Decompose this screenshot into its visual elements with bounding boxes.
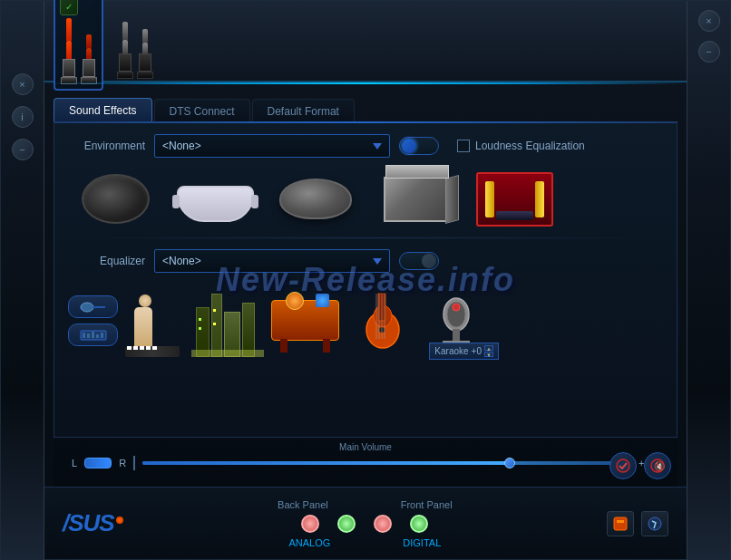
karaoke-spinner[interactable]: ▲ ▼	[484, 345, 493, 357]
env-icon-box[interactable]	[372, 169, 458, 228]
eq-icon-city[interactable]	[191, 285, 264, 357]
guitar-small-icon	[80, 302, 107, 313]
tab-sound-effects[interactable]: Sound Effects	[54, 98, 152, 123]
volume-slider-fill	[142, 461, 509, 465]
volume-check-icon	[616, 459, 630, 473]
volume-check-button[interactable]	[609, 452, 637, 479]
volume-label: Main Volume	[339, 442, 392, 452]
info-button[interactable]	[641, 511, 668, 536]
connector-pin-gray1	[86, 34, 92, 48]
plate-shape	[279, 179, 352, 219]
volume-controls: L R + 4))	[72, 456, 659, 470]
svg-rect-5	[92, 332, 94, 338]
settings-button[interactable]	[607, 511, 634, 536]
stage-curtain-left	[485, 181, 494, 217]
pin-gray4	[142, 43, 148, 53]
right-minimize-button[interactable]: −	[698, 41, 720, 63]
city-window-2	[199, 327, 201, 330]
bathtub-leg-right	[251, 195, 258, 208]
env-icon-stage[interactable]	[472, 169, 558, 228]
jack-green-front-icon[interactable]	[410, 515, 428, 533]
connector-1[interactable]: ✓	[60, 0, 78, 84]
equalizer-label: Equalizer	[73, 255, 145, 267]
equalizer-toggle[interactable]	[399, 252, 439, 270]
jack-pink-icon[interactable]	[301, 515, 319, 533]
karaoke-up-button[interactable]: ▲	[484, 345, 493, 351]
connector-gray-2	[137, 6, 153, 79]
svg-text:🔇: 🔇	[654, 460, 665, 472]
equalizer-dropdown[interactable]: <None>	[154, 249, 390, 273]
back-front-labels: Back Panel Front Panel	[278, 499, 453, 510]
tab-dts-connect[interactable]: DTS Connect	[154, 99, 250, 123]
volume-right-label: R	[119, 458, 126, 468]
connector-2[interactable]	[81, 10, 97, 84]
pin-gray3	[142, 29, 148, 43]
environment-icons-grid	[54, 165, 677, 237]
piano-key-2	[133, 346, 138, 350]
piano-key-4	[146, 346, 151, 350]
loudness-container: Loudness Equalization	[457, 140, 585, 152]
environment-row: Environment <None> Loudness Equalization	[54, 123, 677, 165]
piano-key-3	[140, 346, 144, 350]
disk-shape	[82, 174, 150, 224]
eq-icon-pianist[interactable]	[125, 285, 184, 357]
svg-rect-25	[617, 520, 624, 523]
right-close-button[interactable]: ×	[698, 10, 720, 32]
box-top	[385, 165, 449, 179]
environment-toggle[interactable]	[399, 137, 439, 155]
analog-label: ANALOG	[288, 537, 330, 548]
tab-default-format[interactable]: Default Format	[252, 99, 355, 123]
bottom-type-labels: ANALOG DIGITAL	[288, 537, 441, 548]
volume-section: Main Volume L R + 4))	[54, 437, 677, 487]
jack-pink-front-icon[interactable]	[374, 515, 392, 533]
svg-rect-3	[83, 333, 85, 338]
volume-slider-thumb[interactable]	[504, 458, 515, 468]
pin-gray2	[122, 40, 128, 53]
eq-icon-microphone[interactable]: Karaoke +0 ▲ ▼	[422, 287, 490, 355]
eq-guitar-button[interactable]	[68, 295, 118, 318]
equalizer-dropdown-arrow-icon	[373, 258, 382, 265]
stage-shape	[476, 172, 553, 227]
svg-rect-24	[614, 517, 627, 530]
volume-mute-button[interactable]: 🔇	[644, 452, 671, 479]
jack-green-icon[interactable]	[337, 515, 356, 533]
top-header: ✓	[44, 1, 687, 82]
eq-icon-table-scene[interactable]	[271, 289, 339, 352]
environment-dropdown[interactable]: <None>	[154, 134, 390, 158]
table-leg-2	[323, 339, 330, 352]
svg-rect-6	[96, 334, 99, 338]
table-surface	[271, 300, 339, 341]
bottom-panel: /SUS Back Panel Front Panel ANALOG DIGIT…	[44, 487, 687, 559]
city-window-3	[213, 309, 216, 312]
svg-point-0	[81, 303, 93, 312]
eq-icon-guitar[interactable]	[346, 287, 414, 355]
env-icon-bathtub[interactable]	[172, 169, 258, 228]
eq-board-button[interactable]	[68, 323, 118, 346]
electric-guitar-icon	[351, 289, 410, 352]
loudness-label: Loudness Equalization	[475, 140, 585, 152]
left-info-button[interactable]: i	[12, 106, 34, 128]
asus-logo: /SUS	[63, 509, 123, 537]
bathtub-body	[177, 186, 254, 222]
svg-rect-4	[87, 333, 90, 338]
header-divider	[44, 82, 687, 84]
volume-left-label: L	[72, 458, 77, 468]
left-minimize-button[interactable]: −	[12, 139, 34, 160]
stage-curtain-right	[535, 181, 544, 217]
base-gray	[117, 72, 133, 79]
env-icon-plate[interactable]	[272, 169, 358, 228]
karaoke-down-button[interactable]: ▼	[484, 352, 493, 357]
right-sidebar-rail: × −	[687, 1, 730, 560]
svg-rect-1	[93, 306, 105, 308]
body-gray2	[139, 53, 151, 72]
loudness-checkbox[interactable]	[457, 140, 470, 152]
active-connectors[interactable]: ✓	[54, 0, 103, 91]
svg-rect-18	[453, 329, 460, 342]
piano-key-5	[152, 346, 157, 350]
connector-body	[63, 59, 75, 77]
environment-dropdown-arrow-icon	[373, 143, 382, 150]
env-icon-disk[interactable]	[73, 169, 159, 228]
left-close-button[interactable]: ×	[12, 73, 34, 95]
volume-slider-track[interactable]	[142, 461, 631, 465]
connector-gray-1	[117, 4, 133, 79]
